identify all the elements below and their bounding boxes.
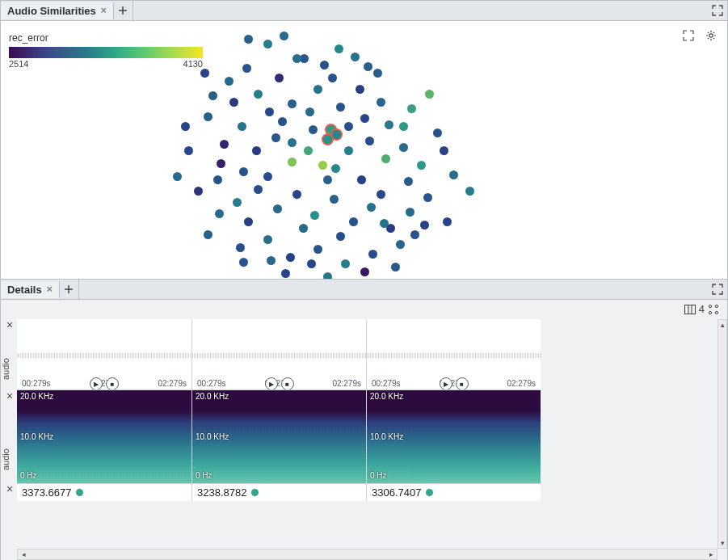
scatter-point[interactable]: [173, 172, 182, 181]
scatter-point[interactable]: [254, 90, 263, 99]
scatter-point[interactable]: [229, 98, 238, 107]
scatter-point[interactable]: [373, 69, 382, 78]
scatter-point[interactable]: [449, 171, 458, 179]
scatter-point[interactable]: [420, 221, 429, 229]
scatter-point[interactable]: [213, 175, 222, 184]
stop-icon[interactable]: ■: [456, 377, 469, 390]
scatter-point[interactable]: [320, 61, 329, 69]
scatter-point[interactable]: [288, 158, 297, 166]
scroll-up-icon[interactable]: ▴: [718, 320, 726, 330]
scatter-point[interactable]: [263, 40, 272, 48]
scatter-point[interactable]: [309, 125, 318, 134]
scroll-right-icon[interactable]: ▸: [705, 549, 717, 559]
scatter-point[interactable]: [341, 259, 350, 268]
scatter-point[interactable]: [265, 107, 274, 116]
scatter-point[interactable]: [239, 167, 248, 176]
close-icon[interactable]: ×: [4, 390, 15, 402]
scatter-point[interactable]: [440, 146, 448, 155]
scatter-point-selected[interactable]: [332, 130, 341, 139]
close-icon[interactable]: ×: [4, 319, 15, 331]
scatter-point[interactable]: [391, 263, 400, 272]
spectrogram[interactable]: 20.0 KHz10.0 KHz0 Hz: [367, 390, 541, 483]
scatter-point[interactable]: [281, 269, 290, 278]
scatter-point[interactable]: [404, 177, 413, 186]
play-icon[interactable]: ▶: [440, 377, 452, 390]
scatter-point[interactable]: [286, 253, 295, 262]
scatter-point[interactable]: [323, 175, 332, 184]
scatter-point[interactable]: [244, 35, 253, 44]
scatter-plot[interactable]: [1, 21, 727, 279]
scatter-point[interactable]: [304, 146, 313, 155]
scatter-point[interactable]: [356, 85, 364, 94]
scroll-left-icon[interactable]: ◂: [18, 549, 29, 559]
scatter-point[interactable]: [200, 69, 209, 78]
spectrogram[interactable]: 20.0 KHz10.0 KHz0 Hz: [192, 390, 366, 483]
scatter-point[interactable]: [396, 240, 405, 249]
scatter-point[interactable]: [344, 122, 353, 131]
scatter-point[interactable]: [217, 159, 225, 168]
scatter-point[interactable]: [225, 77, 234, 86]
scatter-point[interactable]: [307, 259, 316, 268]
scatter-point[interactable]: [194, 187, 203, 196]
scatter-point[interactable]: [238, 122, 246, 131]
scatter-point[interactable]: [433, 128, 442, 137]
scatter-point[interactable]: [318, 161, 327, 170]
scatter-point[interactable]: [239, 258, 248, 267]
close-icon[interactable]: ×: [4, 483, 15, 495]
scatter-point[interactable]: [328, 74, 337, 82]
scatter-point[interactable]: [417, 161, 426, 170]
scatter-point[interactable]: [184, 146, 193, 155]
scatter-point[interactable]: [381, 154, 390, 163]
scatter-point[interactable]: [377, 98, 385, 107]
scatter-point[interactable]: [380, 219, 389, 228]
scatter-point[interactable]: [335, 44, 343, 53]
stop-icon[interactable]: ■: [106, 377, 119, 390]
add-tab-button[interactable]: [60, 280, 79, 299]
maximize-icon[interactable]: [708, 280, 727, 299]
play-icon[interactable]: ▶: [265, 377, 278, 390]
horizontal-scrollbar[interactable]: ◂ ▸: [17, 549, 717, 560]
scatter-point[interactable]: [292, 54, 301, 63]
play-icon[interactable]: ▶: [90, 377, 103, 390]
scatter-point[interactable]: [365, 137, 374, 145]
scatter-point[interactable]: [360, 114, 369, 123]
scatter-point[interactable]: [267, 256, 276, 265]
scatter-point[interactable]: [443, 217, 452, 226]
stop-icon[interactable]: ■: [281, 377, 294, 390]
scatter-point[interactable]: [305, 107, 314, 116]
scatter-point[interactable]: [364, 62, 372, 71]
scatter-point[interactable]: [423, 193, 432, 202]
tab-audio-similarities[interactable]: Audio Similarities ×: [1, 2, 114, 19]
scatter-point-selected[interactable]: [323, 135, 332, 144]
scatter-point[interactable]: [220, 140, 229, 149]
scatter-point[interactable]: [377, 190, 385, 199]
scatter-point[interactable]: [204, 230, 213, 239]
scatter-point[interactable]: [314, 85, 322, 94]
close-icon[interactable]: ×: [47, 284, 53, 295]
scatter-point[interactable]: [233, 198, 242, 207]
grid-settings-icon[interactable]: [708, 304, 719, 315]
scatter-point[interactable]: [349, 217, 358, 226]
scatter-point[interactable]: [271, 133, 280, 142]
scatter-point[interactable]: [252, 146, 261, 155]
waveform[interactable]: 00:279s01:279s02:279s▶■: [192, 319, 366, 390]
tab-details[interactable]: Details ×: [1, 281, 60, 298]
scatter-point[interactable]: [367, 203, 376, 212]
scatter-point[interactable]: [275, 74, 284, 82]
scatter-point[interactable]: [215, 209, 224, 218]
scroll-down-icon[interactable]: ▾: [718, 538, 726, 548]
scatter-point[interactable]: [360, 267, 369, 276]
scatter-point[interactable]: [465, 187, 474, 196]
scatter-point[interactable]: [244, 217, 253, 226]
scatter-point[interactable]: [336, 103, 345, 112]
columns-icon[interactable]: [684, 305, 696, 314]
scatter-point[interactable]: [299, 224, 308, 233]
scatter-point[interactable]: [288, 99, 297, 108]
scatter-point[interactable]: [368, 250, 377, 259]
scatter-point[interactable]: [425, 90, 434, 99]
scatter-point[interactable]: [292, 190, 301, 199]
scatter-point[interactable]: [236, 243, 245, 252]
add-tab-button[interactable]: [114, 1, 133, 20]
scatter-point[interactable]: [280, 32, 288, 40]
maximize-icon[interactable]: [708, 1, 727, 20]
